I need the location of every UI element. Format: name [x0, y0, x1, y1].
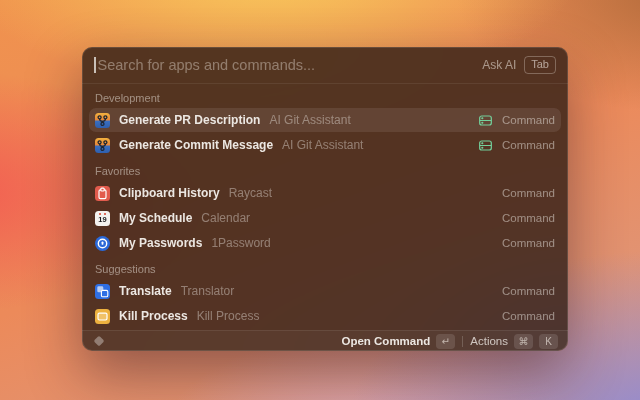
- section-header-development: Development: [95, 92, 555, 104]
- ask-ai-button[interactable]: Ask AI Tab: [482, 56, 556, 74]
- tab-key-badge: Tab: [524, 56, 556, 74]
- item-subtitle: Translator: [181, 284, 235, 298]
- ai-extension-icon: [478, 113, 493, 128]
- item-subtitle: Kill Process: [197, 309, 260, 323]
- search-input[interactable]: [96, 57, 483, 73]
- open-command-button[interactable]: Open Command ↵: [341, 334, 455, 349]
- item-type-label: Command: [502, 114, 555, 126]
- list-item-generate-pr-description[interactable]: Generate PR Description AI Git Assistant…: [89, 108, 561, 132]
- raycast-logo-icon: [92, 334, 106, 348]
- item-title: Clipboard History: [119, 186, 220, 200]
- item-type-label: Command: [502, 237, 555, 249]
- ai-extension-icon: [478, 138, 493, 153]
- section-header-suggestions: Suggestions: [95, 263, 555, 275]
- item-type-label: Command: [502, 310, 555, 322]
- actions-label: Actions: [470, 335, 508, 347]
- item-subtitle: AI Git Assistant: [269, 113, 350, 127]
- actions-button[interactable]: Actions ⌘ K: [470, 334, 558, 349]
- list-item-translate[interactable]: Translate Translator Command: [89, 279, 561, 303]
- item-title: My Schedule: [119, 211, 192, 225]
- footer-separator: [462, 336, 463, 347]
- calendar-date: 19: [98, 216, 106, 224]
- list-item-my-passwords[interactable]: My Passwords 1Password Command: [89, 231, 561, 255]
- clipboard-icon: [95, 186, 110, 201]
- item-subtitle: AI Git Assistant: [282, 138, 363, 152]
- item-title: Generate Commit Message: [119, 138, 273, 152]
- item-type-label: Command: [502, 187, 555, 199]
- item-title: Generate PR Description: [119, 113, 260, 127]
- item-title: My Passwords: [119, 236, 202, 250]
- item-type-label: Command: [502, 212, 555, 224]
- list-item-my-schedule[interactable]: 19 My Schedule Calendar Command: [89, 206, 561, 230]
- onepassword-icon: [95, 236, 110, 251]
- ask-ai-label: Ask AI: [482, 58, 516, 72]
- translate-icon: [95, 284, 110, 299]
- return-key-badge: ↵: [436, 334, 455, 349]
- k-key-badge: K: [539, 334, 558, 349]
- item-title: Kill Process: [119, 309, 188, 323]
- item-type-label: Command: [502, 139, 555, 151]
- item-title: Translate: [119, 284, 172, 298]
- open-command-label: Open Command: [341, 335, 430, 347]
- search-bar: Ask AI Tab: [82, 47, 568, 84]
- ai-git-assistant-icon: [95, 113, 110, 128]
- footer-bar: Open Command ↵ Actions ⌘ K: [82, 330, 568, 351]
- list-item-clipboard-history[interactable]: Clipboard History Raycast Command: [89, 181, 561, 205]
- calendar-icon: 19: [95, 211, 110, 226]
- cmd-key-badge: ⌘: [514, 334, 533, 349]
- results-list: Development Generate PR Description AI G…: [82, 84, 568, 330]
- kill-process-icon: [95, 309, 110, 324]
- text-caret: [94, 57, 96, 73]
- section-header-favorites: Favorites: [95, 165, 555, 177]
- list-item-kill-process[interactable]: Kill Process Kill Process Command: [89, 304, 561, 328]
- list-item-generate-commit-message[interactable]: Generate Commit Message AI Git Assistant…: [89, 133, 561, 157]
- ai-git-assistant-icon: [95, 138, 110, 153]
- item-subtitle: 1Password: [211, 236, 270, 250]
- item-type-label: Command: [502, 285, 555, 297]
- item-subtitle: Raycast: [229, 186, 272, 200]
- item-subtitle: Calendar: [201, 211, 250, 225]
- raycast-window: Ask AI Tab Development Generate PR Descr…: [82, 47, 568, 351]
